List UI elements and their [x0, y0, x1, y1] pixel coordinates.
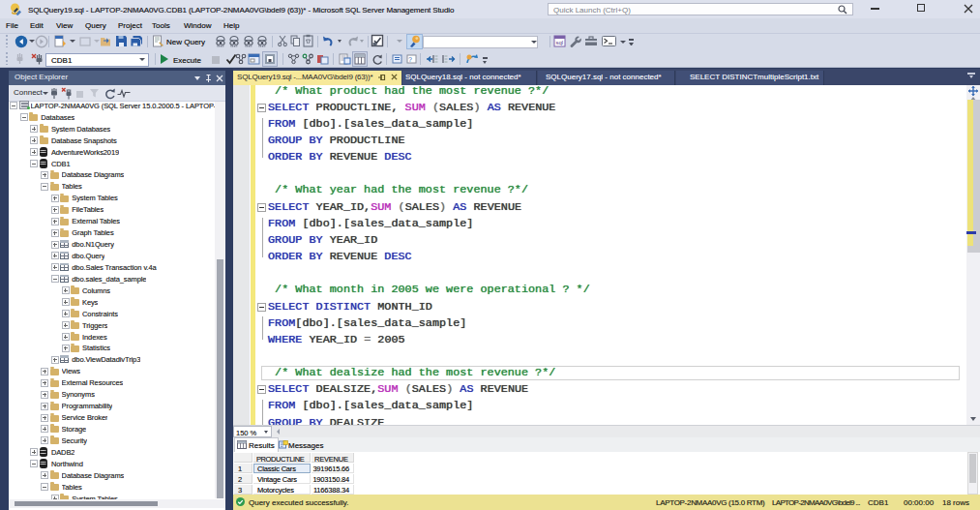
- svg-text:sql: sql: [556, 40, 564, 45]
- svg-text:?: ?: [408, 56, 412, 63]
